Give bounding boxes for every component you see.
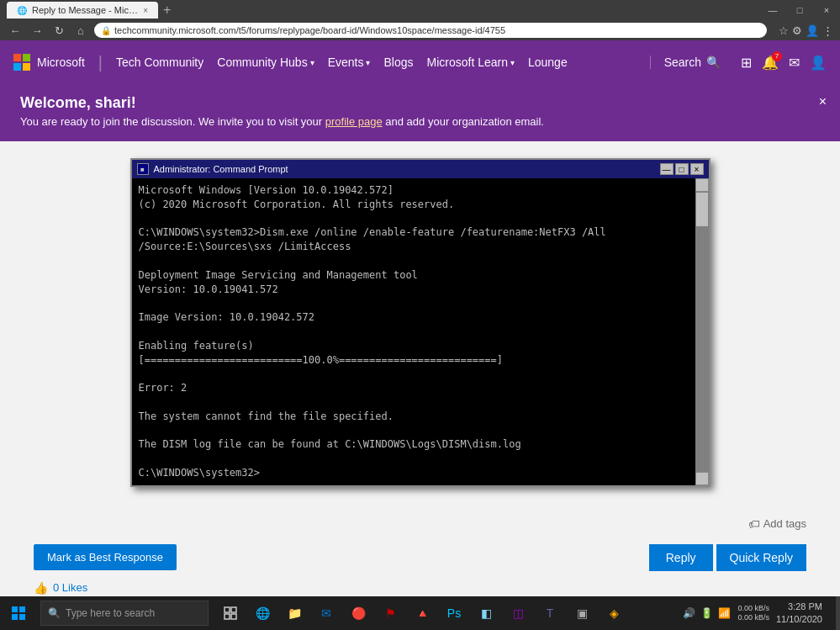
account-icon[interactable]: 👤: [810, 55, 827, 71]
likes-count: 0 Likes: [53, 581, 87, 594]
favorites-icon[interactable]: ☆: [779, 24, 789, 37]
window-minimize-btn[interactable]: —: [759, 0, 786, 20]
window-maximize-btn[interactable]: □: [786, 0, 813, 20]
nav-events[interactable]: Events ▾: [328, 56, 371, 69]
home-btn[interactable]: ⌂: [72, 24, 89, 37]
taskbar-date: 11/10/2020: [776, 613, 822, 626]
cmd-close-btn[interactable]: ×: [690, 163, 704, 175]
window-controls: — □ ×: [759, 0, 840, 20]
svg-rect-7: [231, 614, 236, 619]
taskbar-clock[interactable]: 3:28 PM 11/10/2020: [776, 601, 822, 627]
taskbar-search-box[interactable]: 🔍 Type here to search: [40, 601, 209, 626]
lock-icon: 🔒: [101, 26, 111, 35]
community-hubs-chevron: ▾: [310, 58, 314, 67]
email-icon[interactable]: ✉: [789, 55, 800, 71]
svg-rect-0: [12, 606, 18, 612]
tags-row: 🏷 Add tags: [34, 517, 806, 531]
edge-icon: 🌐: [256, 606, 270, 620]
cmd-content: Microsoft Windows [Version 10.0.19042.57…: [139, 183, 702, 480]
speaker-icon[interactable]: 🔊: [683, 607, 695, 619]
browser-controls: ← → ↻ ⌂ 🔒 techcommunity.microsoft.com/t5…: [0, 20, 840, 40]
taskbar-search-text: Type here to search: [66, 607, 155, 619]
forward-btn[interactable]: →: [29, 24, 45, 37]
profile-page-link[interactable]: profile page: [325, 115, 383, 128]
ms-logo[interactable]: Microsoft: [13, 54, 85, 71]
app3-icon: ◧: [481, 606, 492, 620]
welcome-title: Welcome, shari!: [20, 94, 820, 112]
taskbar-explorer[interactable]: 📁: [279, 596, 309, 630]
app5-icon: ▣: [577, 606, 588, 620]
nav-community-hubs[interactable]: Community Hubs ▾: [217, 56, 314, 69]
start-button[interactable]: [0, 596, 37, 630]
nav-lounge[interactable]: Lounge: [528, 56, 568, 69]
chrome-icon: 🔴: [351, 606, 366, 620]
cmd-maximize-btn[interactable]: □: [675, 163, 689, 175]
taskbar-app5[interactable]: ▣: [567, 596, 597, 630]
welcome-bar: Welcome, shari! You are ready to join th…: [0, 84, 840, 141]
reply-btn[interactable]: Reply: [649, 544, 713, 571]
nav-bar: Microsoft | Tech Community Community Hub…: [0, 40, 840, 84]
taskbar: 🔍 Type here to search 🌐 📁 ✉ 🔴 ⚑ 🔺: [0, 596, 840, 630]
search-icon[interactable]: 🔍: [706, 56, 721, 69]
welcome-close-btn[interactable]: ×: [819, 94, 827, 109]
bottom-section: 🏷 Add tags Mark as Best Response Reply Q…: [0, 504, 840, 608]
cmd-scrollbar[interactable]: ▲ ▼: [695, 178, 709, 485]
settings-icon[interactable]: ⚙: [792, 24, 802, 37]
tag-icon: 🏷: [748, 517, 760, 531]
sys-tray-icons: 🔊 🔋 📶: [683, 607, 731, 619]
profile-icon[interactable]: 👤: [806, 24, 819, 37]
cmd-body: Microsoft Windows [Version 10.0.19042.57…: [132, 178, 709, 485]
mail-icon: ✉: [321, 606, 331, 620]
url-bar[interactable]: 🔒 techcommunity.microsoft.com/t5/forums/…: [94, 23, 767, 38]
battery-icon[interactable]: 🔋: [700, 607, 713, 619]
taskbar-app6[interactable]: ◈: [599, 596, 629, 630]
extensions-icon[interactable]: ⋮: [822, 24, 833, 37]
nav-icons: ⊞ 🔔 7 ✉ 👤: [741, 55, 827, 71]
taskbar-chrome[interactable]: 🔴: [343, 596, 373, 630]
scroll-thumb[interactable]: [696, 193, 708, 226]
nav-tech-community[interactable]: Tech Community: [116, 56, 203, 69]
grid-icon[interactable]: ⊞: [741, 55, 752, 71]
show-desktop-btn[interactable]: [836, 596, 840, 630]
new-tab-btn[interactable]: +: [163, 3, 171, 18]
add-tags-label: Add tags: [763, 517, 806, 530]
mark-best-btn[interactable]: Mark as Best Response: [34, 544, 177, 570]
wifi-icon[interactable]: 📶: [718, 607, 731, 619]
cmd-minimize-btn[interactable]: —: [660, 163, 674, 175]
quick-reply-btn[interactable]: Quick Reply: [716, 544, 806, 571]
scroll-down-btn[interactable]: ▼: [695, 472, 709, 485]
window-close-btn[interactable]: ×: [813, 0, 840, 20]
actions-row: Mark as Best Response Reply Quick Reply: [34, 544, 806, 571]
add-tags-btn[interactable]: 🏷 Add tags: [748, 517, 806, 531]
taskbar-app3[interactable]: ◧: [471, 596, 501, 630]
svg-rect-6: [225, 614, 230, 619]
taskbar-app2[interactable]: 🔺: [407, 596, 437, 630]
events-chevron: ▾: [366, 58, 370, 67]
nav-search[interactable]: Search 🔍: [650, 56, 721, 69]
cmd-title-icon: ■: [137, 163, 149, 175]
scroll-up-btn[interactable]: ▲: [695, 178, 709, 192]
taskbar-pinned-icons: 🌐 📁 ✉ 🔴 ⚑ 🔺 Ps ◧ ◫ T ▣: [215, 596, 629, 630]
nav-search-label: Search: [664, 56, 701, 69]
active-tab[interactable]: 🌐 Reply to Message - Microsoft Te... ×: [7, 2, 158, 19]
taskbar-app4[interactable]: ◫: [503, 596, 533, 630]
taskbar-ps[interactable]: Ps: [439, 596, 469, 630]
likes-row[interactable]: 👍 0 Likes: [34, 581, 806, 595]
taskbar-edge[interactable]: 🌐: [247, 596, 277, 630]
ms-logo-blue: [13, 63, 21, 71]
svg-rect-3: [19, 614, 25, 620]
taskbar-mail[interactable]: ✉: [311, 596, 341, 630]
taskbar-task-view[interactable]: [215, 596, 246, 630]
taskbar-app1[interactable]: ⚑: [375, 596, 405, 630]
welcome-text: You are ready to join the discussion. We…: [20, 115, 820, 128]
ps-icon: Ps: [447, 606, 461, 620]
nav-blogs[interactable]: Blogs: [383, 56, 413, 69]
notification-icon[interactable]: 🔔 7: [762, 55, 779, 71]
tab-close-btn[interactable]: ×: [143, 6, 148, 15]
taskbar-system-area: 🔊 🔋 📶 0.00 kB/s 0.00 kB/s 3:28 PM 11/10/…: [673, 601, 832, 627]
refresh-btn[interactable]: ↻: [50, 24, 67, 37]
taskbar-teams[interactable]: T: [535, 596, 565, 630]
nav-ms-learn[interactable]: Microsoft Learn ▾: [426, 56, 514, 69]
back-btn[interactable]: ←: [7, 24, 24, 37]
likes-icon: 👍: [34, 581, 48, 595]
